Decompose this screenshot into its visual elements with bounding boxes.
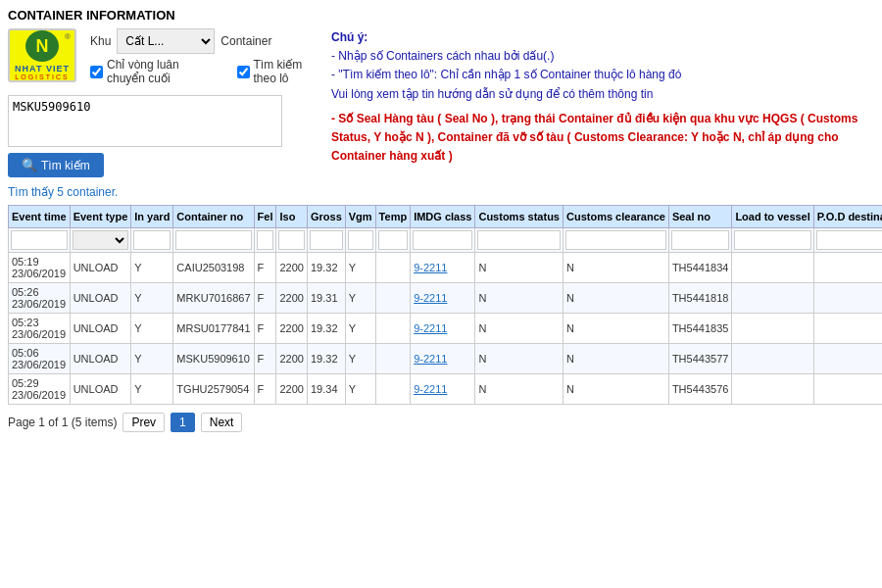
checkboxes-row: Chỉ vòng luân chuyển cuối Tìm kiếm theo … [90,58,321,85]
note-line3: Vui lòng xem tập tin hướng dẫn sử dụng đ… [331,85,874,104]
col-fel: Fel [254,206,276,228]
col-event-time: Event time [9,206,71,228]
logo-n-icon: N [36,36,49,57]
search-button-label: Tìm kiếm [41,159,90,172]
current-page-button[interactable]: 1 [171,413,195,432]
logo-company-name: NHAT VIET LOGISTICS [15,64,70,80]
next-button[interactable]: Next [201,413,243,432]
container-label: Container [220,34,271,48]
checkbox2-text: Tìm kiếm theo lô [254,58,322,85]
imdg-link[interactable]: 9-2211 [414,383,447,395]
filter-vgm[interactable] [348,230,373,250]
filter-event-time[interactable] [11,230,68,250]
note-title: Chú ý: [331,28,874,47]
note-line2: - "Tìm kiếm theo lô": Chỉ cần nhập 1 số … [331,66,874,84]
filter-in-yard[interactable] [133,230,171,250]
filter-container-no[interactable] [175,230,251,250]
filter-customs-status[interactable] [477,230,561,250]
logo: ® N NHAT VIET LOGISTICS [8,28,76,82]
checkbox1-text: Chỉ vòng luân chuyển cuối [107,58,218,85]
result-info: Tìm thấy 5 container. [8,185,874,199]
filter-event-type-select[interactable] [73,230,129,250]
table-row: 05:19 23/06/2019UNLOADYCAIU2503198F22001… [9,253,883,283]
col-vgm: Vgm [345,206,375,228]
khu-label: Khu [90,34,111,48]
checkbox1-label[interactable]: Chỉ vòng luân chuyển cuối [90,58,218,85]
col-gross: Gross [307,206,345,228]
table-row: 05:23 23/06/2019UNLOADYMRSU0177841F22001… [9,314,883,344]
filter-fel[interactable] [257,230,274,250]
filter-load-vessel[interactable] [734,230,810,250]
col-in-yard: In yard [131,206,173,228]
page-info: Page 1 of 1 (5 items) [8,416,117,429]
col-load-vessel: Load to vessel [732,206,813,228]
checkbox2-label[interactable]: Tìm kiếm theo lô [237,58,322,85]
checkbox-lo[interactable] [237,66,250,78]
search-icon: 🔍 [22,158,37,172]
col-iso: Iso [276,206,307,228]
pagination: Page 1 of 1 (5 items) Prev 1 Next [8,413,874,432]
note-line1: - Nhập số Containers cách nhau bởi dấu(.… [331,47,874,66]
khu-container-row: Khu Cất L... Container [90,28,321,54]
col-imdg: IMDG class [411,206,475,228]
col-container-no: Container no [173,206,254,228]
filter-iso[interactable] [278,230,304,250]
imdg-link[interactable]: 9-2211 [414,262,447,273]
filter-pod[interactable] [816,230,882,250]
filter-gross[interactable] [310,230,343,250]
table-row: 05:26 23/06/2019UNLOADYMRKU7016867F22001… [9,283,883,314]
imdg-link[interactable]: 9-2211 [414,292,447,304]
table-body: 05:19 23/06/2019UNLOADYCAIU2503198F22001… [9,253,883,405]
note-red: - Số Seal Hàng tàu ( Seal No ), trạng th… [331,110,874,167]
col-event-type: Event type [70,206,131,228]
filter-customs-clearance[interactable] [565,230,666,250]
page-title: CONTAINER INFORMATION [8,8,874,23]
filter-row [9,228,883,253]
filter-temp[interactable] [378,230,409,250]
container-input-area[interactable]: MSKU5909610 [8,95,282,147]
table-row: 05:29 23/06/2019UNLOADYTGHU2579054F22001… [9,374,883,405]
container-textarea[interactable]: MSKU5909610 [13,100,277,139]
col-customs-clearance: Customs clearance [563,206,668,228]
imdg-link[interactable]: 9-2211 [414,353,447,365]
table-row: 05:06 23/06/2019UNLOADYMSKU5909610F22001… [9,344,883,374]
container-table: Event time Event type In yard Container … [8,205,882,405]
found-text: Tìm thấy 5 container. [8,185,118,199]
prev-button[interactable]: Prev [122,413,165,432]
filter-seal-no[interactable] [671,230,730,250]
registered-mark: ® [65,32,71,41]
col-seal-no: Seal no [668,206,732,228]
checkbox-cuoi[interactable] [90,66,103,78]
notes-panel: Chú ý: - Nhập số Containers cách nhau bở… [331,28,874,177]
search-button[interactable]: 🔍 Tìm kiếm [8,153,104,177]
search-form: ® N NHAT VIET LOGISTICS Khu [8,28,321,177]
filter-imdg[interactable] [413,230,472,250]
col-customs-status: Customs status [475,206,564,228]
col-temp: Temp [375,206,411,228]
imdg-link[interactable]: 9-2211 [414,322,447,334]
khu-select[interactable]: Cất L... [117,28,215,54]
col-pod: P.O.D destination [813,206,882,228]
